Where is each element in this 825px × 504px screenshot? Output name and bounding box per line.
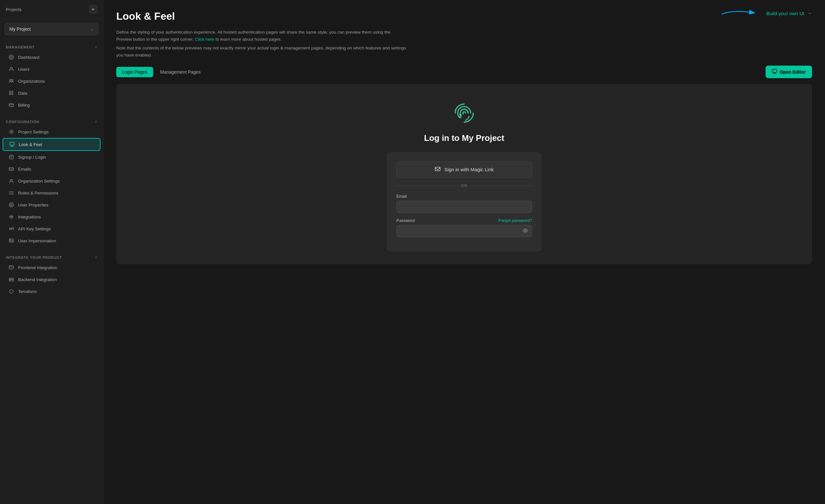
svg-rect-40	[435, 167, 440, 171]
email-icon	[8, 166, 14, 172]
project-selector[interactable]: My Project ⌄	[5, 23, 98, 35]
tab-management-pages[interactable]: Management Pages	[154, 67, 206, 77]
sidebar-item-api-key[interactable]: API API Key Settings	[3, 223, 100, 234]
sidebar-item-user-impersonation-label: User Impersonation	[18, 238, 56, 243]
password-label: Password	[396, 218, 415, 223]
sidebar-item-user-properties-label: User Properties	[18, 203, 49, 207]
build-ui-label: Build your own UI	[766, 11, 804, 16]
sidebar-item-user-impersonation[interactable]: User Impersonation	[3, 235, 100, 246]
sidebar-projects-label: Projects	[6, 7, 22, 12]
sidebar-item-user-properties[interactable]: User Properties	[3, 199, 100, 211]
password-input-wrapper	[396, 225, 532, 237]
sidebar-item-organizations[interactable]: Organizations	[3, 75, 100, 87]
or-label: OR	[461, 184, 467, 188]
password-group: Password Forgot password?	[396, 218, 532, 237]
svg-rect-30	[9, 266, 14, 269]
organizations-icon	[8, 78, 14, 84]
magic-link-label: Sign in with Magic Link	[445, 167, 494, 172]
svg-rect-37	[772, 69, 776, 73]
svg-point-27	[11, 204, 12, 206]
sidebar-item-roles-label: Roles & Permissions	[18, 191, 59, 196]
terraform-icon	[8, 289, 14, 294]
integrations-icon	[8, 214, 14, 220]
configuration-section: Configuration ∨ Project Settings Look & …	[0, 114, 103, 249]
arrow-graphic	[719, 8, 760, 18]
forgot-password-link[interactable]: Forgot password?	[499, 218, 532, 223]
password-field[interactable]	[396, 225, 532, 237]
management-section-header[interactable]: Management ∨	[0, 42, 103, 51]
envelope-icon	[435, 166, 441, 173]
billing-icon	[8, 102, 14, 108]
org-settings-icon	[8, 178, 14, 184]
sidebar-item-project-settings-label: Project Settings	[18, 130, 49, 134]
open-editor-button[interactable]: Open Editor	[765, 66, 812, 78]
sidebar-item-emails-label: Emails	[18, 167, 31, 171]
sidebar-item-frontend-label: Frontend Integration	[18, 265, 58, 270]
preview-box: Log in to My Project Sign in with Magic …	[116, 84, 812, 264]
sidebar-header: Projects +	[0, 0, 103, 19]
svg-rect-15	[9, 155, 13, 159]
svg-rect-5	[9, 91, 11, 92]
sidebar-item-data[interactable]: Data	[3, 87, 100, 99]
editor-icon	[772, 69, 777, 75]
svg-point-4	[12, 79, 13, 81]
chevron-down-icon: ⌄	[90, 27, 94, 31]
tab-login-pages[interactable]: Login Pages	[116, 67, 153, 77]
sidebar-item-org-settings[interactable]: Organization Settings	[3, 175, 100, 187]
email-field[interactable]	[396, 201, 532, 213]
sidebar-item-billing[interactable]: Billing	[3, 99, 100, 111]
description-2: Note that the contents of the below prev…	[116, 45, 407, 59]
configuration-section-header[interactable]: Configuration ∨	[0, 116, 103, 126]
add-project-button[interactable]: +	[89, 5, 97, 14]
svg-point-0	[9, 55, 14, 60]
sidebar-item-dashboard[interactable]: Dashboard	[3, 51, 100, 63]
sidebar-item-data-label: Data	[18, 91, 27, 96]
eye-icon[interactable]	[522, 228, 528, 234]
svg-point-26	[9, 203, 14, 207]
sidebar-item-integrations[interactable]: Integrations	[3, 211, 100, 223]
sidebar-item-project-settings[interactable]: Project Settings	[3, 126, 100, 138]
sidebar-item-users-label: Users	[18, 67, 29, 72]
password-label-row: Password Forgot password?	[396, 218, 532, 223]
svg-point-1	[10, 56, 12, 58]
sidebar-item-emails[interactable]: Emails	[3, 163, 100, 175]
svg-rect-8	[12, 93, 13, 95]
svg-rect-9	[9, 104, 14, 106]
description-1: Define the styling of your authenticatio…	[116, 29, 407, 43]
sidebar-item-terraform[interactable]: Terraform	[3, 286, 100, 297]
frontend-icon	[8, 265, 14, 270]
sidebar-item-users[interactable]: Users	[3, 63, 100, 75]
magic-link-button[interactable]: Sign in with Magic Link	[396, 161, 532, 178]
svg-rect-18	[9, 168, 14, 170]
click-here-link[interactable]: Click here	[195, 37, 214, 42]
login-preview-title: Log in to My Project	[424, 133, 504, 143]
sidebar-item-backend[interactable]: Backend Integration	[3, 274, 100, 285]
look-feel-icon	[9, 142, 15, 147]
sidebar-item-integrations-label: Integrations	[18, 215, 41, 219]
divider-left	[396, 186, 457, 186]
sidebar-item-signup-login[interactable]: Signup / Login	[3, 151, 100, 163]
signup-icon	[8, 154, 14, 160]
svg-point-3	[10, 79, 11, 81]
sidebar-item-look-feel[interactable]: Look & Feel	[3, 138, 100, 151]
svg-rect-12	[10, 142, 14, 145]
svg-point-35	[10, 280, 10, 281]
roles-icon	[8, 190, 14, 196]
fingerprint-icon	[451, 100, 477, 126]
svg-point-34	[10, 279, 10, 279]
integrate-section-header[interactable]: Integrate your product ∨	[0, 252, 103, 261]
sidebar-item-frontend[interactable]: Frontend Integration	[3, 262, 100, 273]
sidebar-item-roles[interactable]: Roles & Permissions	[3, 187, 100, 199]
svg-point-11	[11, 131, 12, 133]
user-props-icon	[8, 202, 14, 208]
build-ui-link[interactable]: Build your own UI →	[766, 10, 812, 16]
email-label: Email	[396, 194, 532, 199]
main-content: Look & Feel Build your own UI	[103, 0, 825, 504]
svg-point-41	[523, 229, 527, 232]
management-section: Management ∨ Dashboard Users	[0, 39, 103, 114]
svg-point-2	[10, 67, 12, 69]
page-title: Look & Feel	[116, 10, 175, 22]
sidebar-item-organizations-label: Organizations	[18, 79, 45, 84]
svg-point-42	[525, 230, 526, 231]
tabs-left: Login Pages Management Pages	[116, 67, 206, 77]
